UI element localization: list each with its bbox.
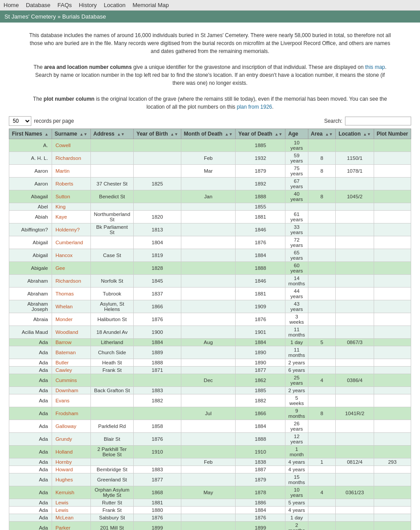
table-row: Ada Kerruish Orphan Asylum Mytle St 1868… bbox=[9, 486, 411, 499]
surname-link[interactable]: Evans bbox=[56, 398, 70, 403]
surname-link[interactable]: Thomas bbox=[56, 291, 74, 296]
cell-yob: 1871 bbox=[134, 367, 181, 374]
surname-link[interactable]: Cummins bbox=[56, 378, 77, 383]
cell-yod: 1910 bbox=[236, 446, 285, 458]
cell-area bbox=[308, 420, 336, 433]
surname-link[interactable]: Monder bbox=[56, 317, 73, 322]
surname-link[interactable]: Whelan bbox=[56, 304, 73, 309]
cell-age: 26 years bbox=[285, 420, 308, 433]
surname-link[interactable]: Sutton bbox=[56, 194, 70, 199]
cell-location bbox=[336, 326, 374, 339]
cell-yod: 1881 bbox=[236, 288, 285, 300]
cell-address: Heath St bbox=[90, 359, 134, 367]
nav-home[interactable]: Home bbox=[4, 2, 19, 8]
cell-firstname: Ada bbox=[9, 359, 52, 367]
surname-link[interactable]: Cowell bbox=[56, 143, 71, 148]
col-header-yod[interactable]: Year of Death ▲▼ bbox=[236, 129, 285, 139]
surname-link[interactable]: Richardson bbox=[56, 278, 81, 284]
surname-link[interactable]: Cumberland bbox=[56, 240, 83, 245]
surname-link[interactable]: McLean bbox=[56, 515, 74, 520]
cell-plot bbox=[374, 407, 411, 420]
surname-link[interactable]: Cawley bbox=[56, 367, 72, 373]
search-input[interactable] bbox=[345, 117, 411, 125]
surname-link[interactable]: Howard bbox=[56, 467, 73, 472]
surname-link[interactable]: Galloway bbox=[56, 424, 76, 429]
cell-age: 10 years bbox=[285, 486, 308, 499]
surname-link[interactable]: Kerruish bbox=[56, 490, 75, 495]
cell-area bbox=[308, 178, 336, 190]
surname-link[interactable]: Frodsham bbox=[56, 411, 79, 416]
table-row: Abraia Monder Haliburton St 1876 1876 3 … bbox=[9, 313, 411, 326]
cell-yob: 1813 bbox=[134, 223, 181, 236]
surname-link[interactable]: Roberts bbox=[56, 181, 73, 186]
surname-link[interactable]: Kaye bbox=[56, 214, 67, 220]
cell-surname: Grundy bbox=[52, 433, 90, 446]
cell-surname: Gee bbox=[52, 262, 90, 275]
breadcrumb: St James' Cemetery » Burials Database bbox=[0, 11, 420, 23]
cell-area bbox=[308, 446, 336, 458]
surname-link[interactable]: Holland bbox=[56, 449, 73, 454]
cell-location bbox=[336, 249, 374, 262]
surname-link[interactable]: Downham bbox=[56, 388, 79, 393]
col-header-firstname[interactable]: First Names ▲ bbox=[9, 129, 52, 139]
desc-bold-area: area and location number columns bbox=[44, 64, 132, 70]
cell-plot bbox=[374, 262, 411, 275]
cell-mod bbox=[181, 326, 236, 339]
col-header-mod[interactable]: Month of Death ▲▼ bbox=[181, 129, 236, 139]
surname-link[interactable]: Gee bbox=[56, 265, 65, 271]
surname-link[interactable]: Butler bbox=[56, 360, 69, 365]
surname-link[interactable]: Bateman bbox=[56, 350, 76, 355]
surname-link[interactable]: Woodland bbox=[56, 329, 79, 335]
nav-faqs[interactable]: FAQs bbox=[57, 2, 72, 8]
surname-link[interactable]: Lewis bbox=[56, 507, 68, 513]
surname-link[interactable]: King bbox=[56, 204, 66, 209]
table-row: Abigail Cumberland 1804 1876 72 years bbox=[9, 236, 411, 249]
table-row: Abel King 1855 bbox=[9, 203, 411, 211]
cell-firstname: Abiah bbox=[9, 211, 52, 223]
nav-database[interactable]: Database bbox=[26, 2, 51, 8]
description-block: This database includes the names of arou… bbox=[29, 31, 391, 111]
surname-link[interactable]: Hornby bbox=[56, 459, 72, 465]
surname-link[interactable]: Richardson bbox=[56, 155, 81, 161]
surname-link[interactable]: Holdenny? bbox=[56, 227, 80, 232]
surname-link[interactable]: Hancox bbox=[56, 253, 73, 258]
surname-link[interactable]: Martin bbox=[56, 168, 70, 174]
table-row: Ada Parker 201 Mill St 1899 1899 2 month… bbox=[9, 522, 411, 530]
col-header-area[interactable]: Area ▲▼ bbox=[308, 129, 336, 139]
col-header-yob[interactable]: Year of Birth ▲▼ bbox=[134, 129, 181, 139]
cell-firstname: Ada bbox=[9, 367, 52, 374]
cell-mod bbox=[181, 514, 236, 522]
nav-history[interactable]: History bbox=[79, 2, 97, 8]
nav-memorial-map[interactable]: Memorial Map bbox=[132, 2, 169, 8]
cell-surname: Bateman bbox=[52, 346, 90, 359]
surname-link[interactable]: Hughes bbox=[56, 477, 73, 482]
cell-address: Frank St bbox=[90, 507, 134, 514]
desc-bold-plot: plot number column bbox=[44, 96, 94, 102]
col-header-location[interactable]: Location ▲▼ bbox=[336, 129, 374, 139]
cell-age: 5 years bbox=[285, 499, 308, 507]
cell-age: 75 years bbox=[285, 165, 308, 178]
cell-mod: May bbox=[181, 486, 236, 499]
cell-age: 1 month bbox=[285, 446, 308, 458]
records-per-page-select[interactable]: 10 25 50 100 bbox=[9, 116, 31, 126]
cell-firstname: Ada bbox=[9, 433, 52, 446]
col-header-address[interactable]: Address ▲▼ bbox=[90, 129, 134, 139]
cell-plot bbox=[374, 466, 411, 473]
cell-location bbox=[336, 499, 374, 507]
cell-yod: 1876 bbox=[236, 313, 285, 326]
cell-yod: 1884 bbox=[236, 339, 285, 346]
breadcrumb-cemetery-link[interactable]: St James' Cemetery bbox=[4, 13, 56, 20]
cell-yob: 1877 bbox=[134, 473, 181, 486]
cell-age: 14 months bbox=[285, 275, 308, 288]
col-header-surname[interactable]: Surname ▲▼ bbox=[52, 129, 90, 139]
surname-link[interactable]: Grundy bbox=[56, 436, 72, 442]
nav-location[interactable]: Location bbox=[104, 2, 125, 8]
cell-location bbox=[336, 359, 374, 367]
desc-plan-link[interactable]: plan from 1926 bbox=[237, 104, 272, 110]
surname-link[interactable]: Barrow bbox=[56, 340, 71, 345]
surname-link[interactable]: Lewis bbox=[56, 500, 68, 505]
surname-link[interactable]: Parker bbox=[56, 525, 71, 530]
table-row: Ada Evans 1882 1882 5 weeks bbox=[9, 394, 411, 407]
cell-yod: 1846 bbox=[236, 223, 285, 236]
desc-map-link[interactable]: this map bbox=[365, 64, 385, 70]
